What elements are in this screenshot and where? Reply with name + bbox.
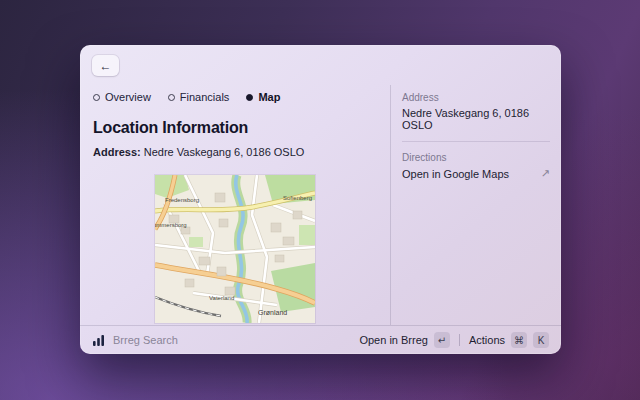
- open-google-maps-link[interactable]: Open in Google Maps ↗: [402, 167, 550, 180]
- tab-label: Financials: [180, 91, 230, 103]
- map-image: Fredensborg Sofienberg ummersborg Vaterl…: [155, 175, 315, 323]
- directions-value: Open in Google Maps: [402, 168, 509, 180]
- map-container: Fredensborg Sofienberg ummersborg Vaterl…: [155, 175, 315, 323]
- app-window: ← Overview Financials Map Location Infor…: [80, 45, 561, 354]
- back-icon: ←: [100, 59, 112, 73]
- address-line: Address: Nedre Vaskegang 6, 0186 OSLO: [93, 146, 304, 158]
- panel-address-value: Nedre Vaskegang 6, 0186 OSLO: [402, 107, 550, 131]
- footer-bar: Brreg Search Open in Brreg ↵ Actions ⌘ K: [80, 325, 561, 354]
- back-button[interactable]: ←: [92, 55, 119, 76]
- address-value: Nedre Vaskegang 6, 0186 OSLO: [144, 146, 305, 158]
- radio-unselected-icon: [168, 94, 175, 101]
- tab-overview[interactable]: Overview: [93, 91, 151, 103]
- search-input[interactable]: Brreg Search: [113, 334, 178, 346]
- external-link-icon: ↗: [541, 167, 550, 180]
- map-label: Fredensborg: [165, 197, 199, 203]
- radio-unselected-icon: [93, 94, 100, 101]
- tab-bar: Overview Financials Map: [93, 91, 280, 103]
- cmd-key-icon: ⌘: [511, 332, 527, 348]
- panel-directions-label: Directions: [402, 152, 550, 163]
- footer-actions: Open in Brreg ↵ Actions ⌘ K: [359, 332, 549, 348]
- map-label: ummersborg: [155, 222, 187, 228]
- address-label: Address:: [93, 146, 141, 158]
- tab-label: Map: [258, 91, 280, 103]
- map-label: Vaterland: [209, 295, 234, 301]
- tab-financials[interactable]: Financials: [168, 91, 230, 103]
- footer-actions-divider: [459, 334, 460, 346]
- tab-map[interactable]: Map: [246, 91, 280, 103]
- open-in-brreg-button[interactable]: Open in Brreg: [359, 334, 427, 346]
- panel-divider: [390, 85, 391, 325]
- map-label: Grønland: [258, 309, 287, 316]
- radio-selected-icon: [246, 94, 253, 101]
- detail-panel: Address Nedre Vaskegang 6, 0186 OSLO Dir…: [402, 92, 550, 180]
- k-key-icon: K: [533, 332, 549, 348]
- actions-button[interactable]: Actions: [469, 334, 505, 346]
- page-title: Location Information: [93, 119, 248, 137]
- return-key-icon: ↵: [434, 332, 450, 348]
- map-label: Sofienberg: [283, 195, 312, 201]
- brreg-logo-icon: [92, 334, 105, 347]
- panel-section-divider: [402, 141, 550, 142]
- panel-address-label: Address: [402, 92, 550, 103]
- tab-label: Overview: [105, 91, 151, 103]
